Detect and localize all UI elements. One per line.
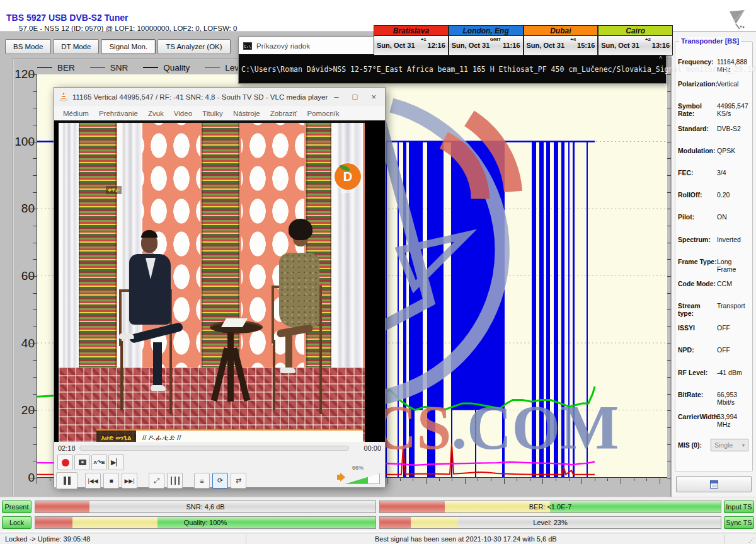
clock-utc-offset: GMT [490,37,501,42]
tab-ts-analyzer-ok-[interactable]: TS Analyzer (OK) [158,39,230,54]
signal-bar-label: Level: 23% [380,517,721,528]
status-divider [724,535,725,543]
vlc-menu-zobrazi[interactable]: Zobraziť [265,110,302,117]
x-tick [581,478,582,484]
clock-body: Sun, Oct 31+112:16 [374,36,449,55]
vlc-menu-mdium[interactable]: Médium [58,110,94,117]
transponder-row-label: RF Level: [678,369,717,376]
fullscreen-button[interactable]: ⤢ [149,473,164,489]
loop-button[interactable]: ⟳ [212,473,228,489]
equalizer-icon [171,477,180,485]
vlc-titlebar[interactable]: 11165 Vertical 44995,547 / RF: -41 SNR: … [54,88,385,106]
x-tick [660,478,660,484]
chair-leg [319,340,322,414]
signal-bar-level: Level: 23% [379,516,721,529]
clock-city-label: Dubai [524,25,598,36]
vlc-menu-titulky[interactable]: Titulky [197,110,228,117]
resize-grip[interactable]: ⋰ [748,537,755,543]
host-shoe [151,385,166,391]
legend-color-dash [205,67,220,68]
clock-utc-offset: +4 [570,37,576,42]
transponder-row-label: Symbol Rate: [678,102,717,117]
playlist-button[interactable]: ≡ [194,473,210,489]
scroll-up-arrow[interactable]: ^ [659,55,662,62]
extended-settings-button[interactable] [167,473,183,489]
chart-legend: BERSNRQualityLevel [37,61,246,74]
playback-controls: |◀◀ ■ ▶▶| ⤢ ≡ ⟳ ⇄ [56,472,246,489]
command-prompt-body[interactable]: C:\Users\Roman Dávid>NSS 12-57°E_East Af… [239,54,666,83]
sync-ts-button[interactable]: Sync TS [724,516,754,529]
y-tick [30,478,37,478]
transponder-row: CarrierWidth:53,994 MHz [678,413,751,435]
vlc-menu-nstroje[interactable]: Nástroje [228,110,265,117]
banner-ticker: // ዶ.ፊ.ቲ.ድ // [136,429,363,442]
input-ts-button[interactable]: Input TS [724,501,754,513]
volume-slider[interactable] [345,473,380,484]
clock-city-label: Bratislava [374,25,449,36]
vlc-video-area[interactable]: ቀዋታ D DEBUB TV እሁድ ወንጌል // ዶ.ፊ.ቲ.ድ // 08… [54,120,385,442]
transponder-row: RF Level:-41 dBm [678,369,751,391]
clock-time: 11:16 [503,42,520,49]
record-button[interactable] [57,454,73,470]
vlc-menu-zvuk[interactable]: Zvuk [143,110,169,117]
x-tick [646,478,647,481]
legend-label: BER [57,63,75,72]
record-icon [62,459,69,466]
vlc-window-title: 11165 Vertical 44995,547 / RF: -41 SNR: … [72,93,329,101]
x-tick [491,478,491,481]
ab-loop-button[interactable]: A↷B [91,454,107,470]
vlc-menu-pomocnk[interactable]: Pomocník [302,110,344,117]
vlc-menu-video[interactable]: Video [169,110,197,117]
list-icon [710,480,718,489]
world-clocks: BratislavaSun, Oct 31+112:16London, EngS… [374,25,673,55]
x-tick [634,478,634,481]
tab-bs-mode[interactable]: BS Mode [5,39,51,54]
tab-dt-mode[interactable]: DT Mode [53,39,99,54]
clock-body: Sun, Oct 31+213:16 [598,36,673,55]
shuffle-button[interactable]: ⇄ [231,473,246,489]
chair-leg [169,341,172,414]
signal-bar-label: BER: <1.0E-7 [380,501,721,512]
signal-bar-label: Quality: 100% [35,517,375,528]
screen: . .. . TBS 5927 USB DVB-S2 Tuner 57.0E -… [0,0,756,544]
stop-button[interactable]: ■ [103,473,119,489]
logo-letter: D [343,170,352,184]
signal-status-area: PresentSNR: 4,6 dBBER: <1.0E-7Input TSLo… [0,497,756,531]
transponder-row-value: -41 dBm [717,369,751,376]
x-tick [517,478,517,481]
lock-uptime-status: Locked -> Uptime: 39:05:48 [5,535,90,543]
minimize-button[interactable]: – [334,92,338,101]
snapshot-button[interactable] [74,454,90,470]
transponder-row: FEC:3/4 [678,169,751,191]
present-button[interactable]: Present [2,501,32,513]
ts-data-button[interactable] [676,476,752,492]
transponder-row-label: Spectrum: [678,236,717,243]
vlc-window[interactable]: 11165 Vertical 44995,547 / RF: -41 SNR: … [54,87,386,487]
x-tick [569,478,570,481]
y-tick [30,410,37,411]
next-button[interactable]: ▶▶| [122,473,137,489]
transponder-row-label: NPD: [678,346,717,354]
x-tick [607,478,608,481]
maximize-button[interactable]: □ [353,92,358,101]
close-button[interactable]: × [371,92,376,101]
previous-button[interactable]: |◀◀ [85,473,101,489]
x-tick [426,478,427,484]
pause-button[interactable] [56,472,77,489]
transponder-row-value: OFF [717,346,751,354]
seek-slider[interactable] [79,446,349,451]
tuner-title: TBS 5927 USB DVB-S2 Tuner [6,13,128,23]
volume-percent: 66% [352,465,364,471]
host-shoe [119,333,134,339]
frame-by-frame-button[interactable]: ▶▏ [108,454,124,470]
legend-color-dash [143,67,158,68]
best-signal-status: Best signal has been seen at 2021-10-30 … [375,535,557,543]
vlc-controls: 02:18 00:00 A↷B ▶▏ |◀◀ ■ ▶▶| ⤢ ≡ ⟳ [54,442,385,487]
tab-signal-mon-[interactable]: Signal Mon. [101,39,156,54]
lock-button[interactable]: Lock [2,516,32,529]
pause-icon [64,477,71,485]
mis-dropdown[interactable]: Single ▾ [711,439,748,451]
vlc-menu-prehrvanie[interactable]: Prehrávanie [94,110,143,117]
legend-label: Quality [163,63,190,72]
speaker-icon[interactable] [337,475,341,480]
